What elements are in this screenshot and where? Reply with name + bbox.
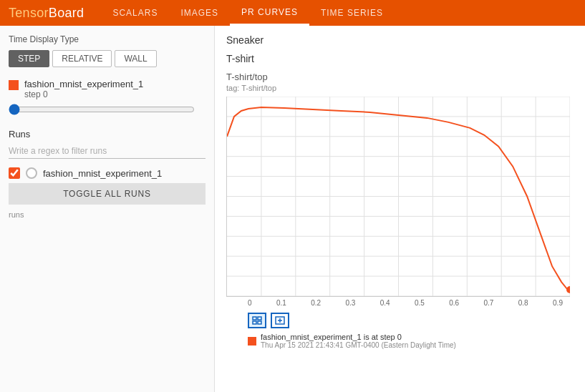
- nav-scalars[interactable]: SCALARS: [101, 0, 169, 26]
- chart-title: T-shirt/top: [226, 72, 574, 82]
- run-row: fashion_mnist_experiment_1: [9, 167, 206, 179]
- legend-text: fashion_mnist_experiment_1 is at step 0: [261, 333, 402, 341]
- run-name: fashion_mnist_experiment_1: [24, 79, 143, 89]
- nav-images[interactable]: IMAGES: [169, 0, 230, 26]
- run-info: fashion_mnist_experiment_1 step 0: [9, 79, 206, 99]
- zoom-icon: [275, 316, 285, 325]
- run-checkbox[interactable]: [9, 167, 20, 179]
- time-wall-button[interactable]: WALL: [115, 50, 156, 67]
- chart-legend: fashion_mnist_experiment_1 is at step 0 …: [248, 333, 574, 349]
- run-color-indicator: [9, 80, 19, 90]
- tshirt-section-title: T-shirt: [226, 53, 574, 67]
- time-step-button[interactable]: STEP: [9, 50, 49, 67]
- step-slider-row: [9, 104, 206, 117]
- nav-time-series[interactable]: TIME SERIES: [309, 0, 395, 26]
- app-logo: TensorBoard: [9, 6, 84, 21]
- runs-filter-input[interactable]: [9, 144, 206, 159]
- legend-sub: Thu Apr 15 2021 21:43:41 GMT-0400 (Easte…: [261, 341, 456, 349]
- svg-rect-23: [253, 321, 256, 324]
- zoom-button[interactable]: [271, 313, 289, 328]
- pr-curve-chart: [226, 97, 570, 297]
- runs-footer: runs: [9, 210, 206, 219]
- svg-rect-22: [258, 317, 261, 320]
- main-layout: Time Display Type STEP RELATIVE WALL fas…: [0, 26, 585, 392]
- sidebar: Time Display Type STEP RELATIVE WALL fas…: [0, 26, 215, 392]
- legend-color-box: [248, 337, 256, 346]
- main-content: Sneaker T-shirt T-shirt/top tag: T-shirt…: [215, 26, 585, 392]
- run-circle-indicator: [26, 167, 37, 179]
- step-slider[interactable]: [9, 104, 195, 115]
- nav-pr-curves[interactable]: PR CURVES: [230, 0, 309, 26]
- zoom-fit-icon: [252, 316, 262, 325]
- svg-rect-21: [253, 317, 256, 320]
- runs-section-label: Runs: [9, 129, 206, 139]
- chart-tag: tag: T-shirt/top: [226, 84, 574, 92]
- x-axis-labels: 0 0.1 0.2 0.3 0.4 0.5 0.6 0.7 0.8 0.9 1: [248, 299, 585, 307]
- run-step: step 0: [24, 89, 143, 99]
- chart-icons-row: [248, 313, 574, 328]
- time-toggle-group: STEP RELATIVE WALL: [9, 50, 206, 67]
- curve-end-dot: [566, 286, 570, 293]
- zoom-fit-button[interactable]: [248, 313, 266, 328]
- time-relative-button[interactable]: RELATIVE: [52, 50, 112, 67]
- top-nav: TensorBoard SCALARS IMAGES PR CURVES TIM…: [0, 0, 585, 26]
- toggle-all-runs-button[interactable]: TOGGLE ALL RUNS: [9, 183, 206, 205]
- svg-rect-24: [258, 321, 261, 324]
- time-display-label: Time Display Type: [9, 34, 206, 44]
- sneaker-section-title: Sneaker: [226, 34, 574, 49]
- run-row-label: fashion_mnist_experiment_1: [43, 168, 162, 179]
